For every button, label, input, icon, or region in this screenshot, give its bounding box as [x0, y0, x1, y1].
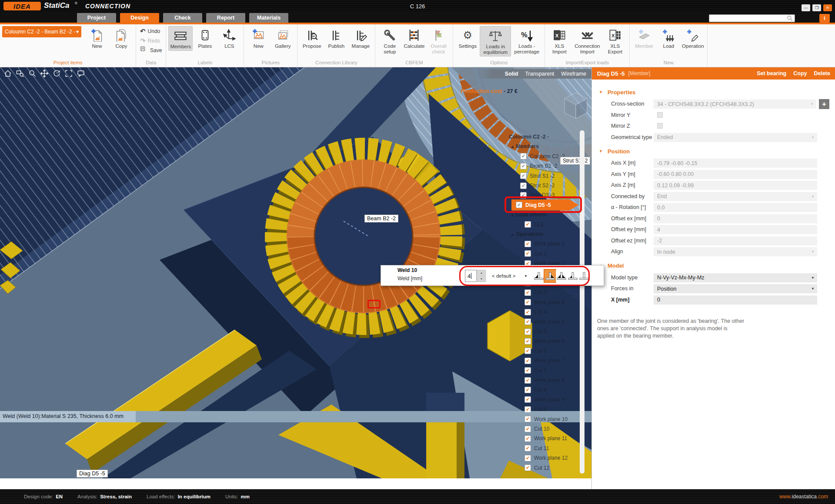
ribbon-button-code-setup[interactable]: Code setup [377, 26, 402, 56]
property-value-align[interactable]: In node▼ [654, 247, 817, 256]
checkbox-checked[interactable]: ✔ [520, 192, 527, 199]
checkbox-checked[interactable]: ✔ [524, 289, 531, 296]
checkbox-checked[interactable]: ✔ [524, 250, 531, 257]
tree-item-work-plane-7[interactable]: ✔Work plane 7 [524, 356, 564, 365]
home-icon[interactable] [3, 69, 12, 78]
checkbox-checked[interactable]: ✔ [520, 163, 527, 169]
close-button[interactable]: ✕ [823, 4, 832, 11]
property-value-axis-y-m[interactable]: -0.60 0.80 0.00 [654, 170, 817, 179]
ribbon-button-new[interactable]: New [246, 26, 271, 50]
ribbon-button-plates[interactable]: Plates [193, 26, 217, 50]
fit-view-icon[interactable] [64, 69, 73, 78]
property-value-axis-z-m[interactable]: 0.12 0.09 -0.99 [654, 181, 817, 190]
ribbon-button-calculate[interactable]: Calculate [402, 26, 426, 50]
ribbon-button-copy[interactable]: Copy [109, 26, 134, 50]
weld-type-butt-weld-icon[interactable] [578, 270, 589, 282]
expander-icon[interactable]: ◢ [511, 213, 513, 217]
ribbon-button-redo[interactable]: ↷Redo [138, 36, 164, 45]
zoom-window-icon[interactable] [16, 69, 24, 78]
mode-transparent[interactable]: Transparent [525, 71, 554, 77]
tree-section-load-effects[interactable]: ◢Load effects [511, 210, 547, 219]
checkbox-checked[interactable]: ✔ [524, 318, 531, 325]
search-input[interactable] [709, 14, 795, 22]
property-value-x-mm[interactable]: 0 [654, 295, 817, 305]
tree-scrollbar[interactable] [580, 130, 584, 474]
weld-type-fillet-weld-right-icon[interactable] [544, 270, 555, 282]
stepper-down-icon[interactable]: ▼ [477, 276, 486, 282]
minimize-button[interactable]: — [802, 4, 810, 11]
info-button[interactable]: i [819, 14, 830, 23]
section-position[interactable]: ▼Position [592, 145, 835, 158]
ribbon-button-operation[interactable]: Operation [681, 26, 705, 50]
tree-section-members[interactable]: ◢Members [511, 142, 539, 151]
checkbox-checked[interactable]: ✔ [520, 153, 527, 159]
ribbon-button-load[interactable]: Load [656, 26, 681, 50]
checkbox-checked[interactable]: ✔ [524, 464, 531, 471]
comment-icon[interactable] [77, 69, 85, 78]
expander-icon[interactable]: ◢ [511, 232, 513, 236]
checkbox-checked[interactable]: ✔ [524, 221, 531, 228]
tree-item-diag-d3-3[interactable]: ✔Diag D3 -3 [520, 190, 554, 200]
tree-item-work-plane-10[interactable]: ✔Work plane 10 [524, 414, 568, 424]
checkbox-checked[interactable]: ✔ [524, 377, 531, 384]
tree-item-work-plane-5[interactable]: ✔Work plane 5 [524, 317, 564, 327]
ribbon-button-publish[interactable]: Publish [324, 26, 348, 50]
add-cross-section-button[interactable]: + [819, 99, 829, 109]
checkbox-checked[interactable]: ✔ [524, 445, 531, 451]
tree-section-operations[interactable]: ◢Operations [511, 229, 544, 239]
rotate-icon[interactable] [52, 69, 61, 78]
checkbox-checked[interactable]: ✔ [524, 406, 531, 413]
ribbon-button-manage[interactable]: Manage [348, 26, 373, 50]
weld-size-input[interactable]: 4 [465, 270, 477, 282]
tree-item-cut-1[interactable]: ✔Cut 1 [524, 249, 547, 259]
ribbon-button-lcs[interactable]: LCS [217, 26, 241, 50]
ribbon-button-loads-in-equilibrium[interactable]: Loads in equilibrium [480, 26, 511, 56]
checkbox-unchecked[interactable] [657, 123, 663, 129]
weld-type-double-fillet-weld-icon[interactable] [556, 270, 567, 282]
checkbox-checked[interactable]: ✔ [524, 299, 531, 305]
tree-item-work-plane-11[interactable]: ✔Work plane 11 [524, 434, 567, 443]
tree-item-cut-8[interactable]: ✔Cut 8 [524, 385, 547, 395]
checkbox-checked[interactable]: ✔ [520, 172, 527, 179]
tree-item-work-plane-4[interactable]: ✔Work plane 4 [524, 298, 564, 307]
ribbon-button-members[interactable]: Members [168, 26, 193, 51]
checkbox-checked[interactable]: ✔ [524, 416, 531, 422]
tree-item-le1[interactable]: ✔LE1 [524, 220, 543, 229]
ribbon-button-xls-import[interactable]: XXLS Import [547, 26, 571, 56]
property-value-geometrical-type[interactable]: Ended▼ [654, 133, 817, 142]
property-value-cross-section[interactable]: 34 - CFCHS48.3X3.2 (CFCHS48.3X3.2)▼ [654, 99, 816, 109]
panel-action-set-bearing[interactable]: Set bearing [757, 70, 786, 76]
mode-solid[interactable]: Solid [505, 71, 518, 77]
checkbox-checked[interactable]: ✔ [524, 241, 531, 247]
tab-design[interactable]: Design [120, 13, 159, 23]
website-link[interactable]: www.ideastatica.com [779, 494, 828, 500]
checkbox-checked[interactable]: ✔ [524, 435, 531, 442]
tree-item-work-plane-12[interactable]: ✔Work plane 12 [524, 453, 568, 463]
checkbox-checked[interactable]: ✔ [524, 348, 531, 354]
checkbox-checked[interactable]: ✔ [516, 202, 522, 208]
property-value-model-type[interactable]: N-Vy-Vz-Mx-My-Mz▼ [654, 273, 817, 282]
pan-icon[interactable] [40, 69, 49, 78]
property-value-offset-ex-mm[interactable]: 0 [654, 214, 817, 223]
maximize-button[interactable]: ❒ [812, 4, 821, 11]
weld-size-stepper[interactable]: ▲▼ [477, 270, 486, 282]
ribbon-button-new[interactable]: New [85, 26, 109, 50]
tree-item-cut-5[interactable]: ✔Cut 5 [524, 327, 547, 336]
tree-item-cut-7[interactable]: ✔Cut 7 [524, 366, 547, 375]
tree-item-work-plane-8[interactable]: ✔Work plane 8 [524, 375, 564, 385]
property-value-connected-by[interactable]: End▼ [654, 192, 817, 201]
ribbon-button-overall-check[interactable]: Overall check [426, 26, 451, 56]
tab-project[interactable]: Project [77, 13, 116, 23]
checkbox-checked[interactable]: ✔ [524, 328, 531, 335]
ribbon-button-gallery[interactable]: Gallery [271, 26, 295, 50]
ribbon-button-member[interactable]: Member [632, 26, 656, 50]
tree-item-cut-11[interactable]: ✔Cut 11 [524, 444, 549, 453]
mode-wireframe[interactable]: Wireframe [561, 71, 586, 77]
ribbon-button-save[interactable]: Save [138, 46, 164, 55]
checkbox-checked[interactable]: ✔ [524, 338, 531, 345]
property-value-offset-ez-mm[interactable]: -2 [654, 236, 817, 245]
panel-action-copy[interactable]: Copy [793, 70, 807, 76]
panel-action-delete[interactable]: Delete [814, 70, 830, 76]
stepper-up-icon[interactable]: ▲ [477, 270, 486, 276]
tree-item-cut-3[interactable]: ✔Cut 3 [524, 288, 547, 297]
